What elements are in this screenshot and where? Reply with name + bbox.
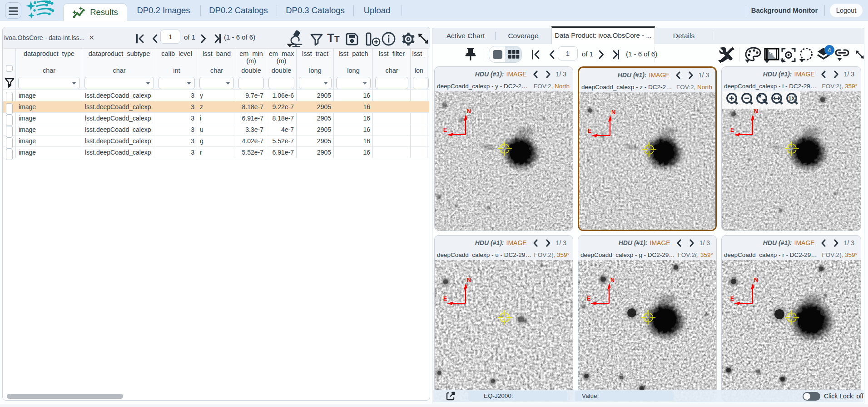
svg-text:4: 4 (828, 46, 831, 54)
svg-text:N: N (754, 108, 758, 115)
svg-text:N: N (611, 109, 615, 116)
svg-text:1X: 1X (789, 95, 795, 102)
svg-text:N: N (467, 108, 471, 115)
svg-text:N: N (467, 277, 471, 283)
svg-text:N: N (754, 277, 758, 283)
svg-text:E: E (730, 296, 734, 302)
svg-text:E: E (443, 127, 447, 133)
svg-text:E: E (587, 296, 590, 302)
svg-text:N: N (610, 277, 615, 283)
svg-text:E: E (588, 128, 591, 134)
svg-text:E: E (730, 127, 734, 133)
svg-text:E: E (443, 296, 447, 302)
